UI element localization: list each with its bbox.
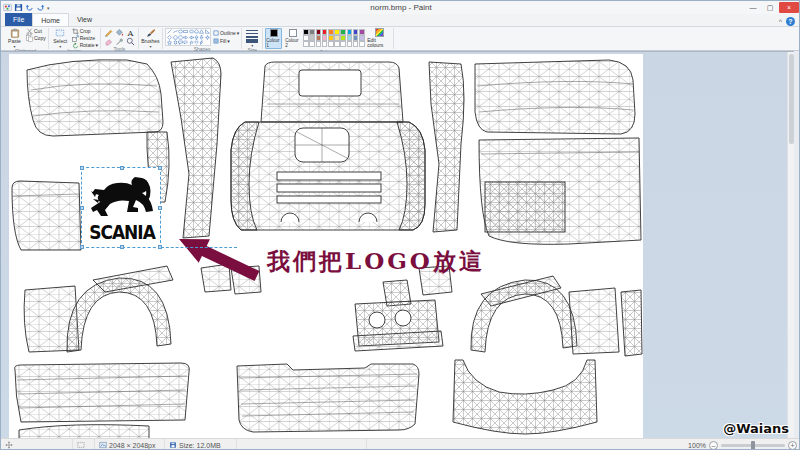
palette-swatch[interactable]: [303, 35, 309, 41]
fill-tool-icon[interactable]: [115, 28, 124, 37]
selection-handle[interactable]: [158, 166, 162, 170]
palette-swatch-empty[interactable]: [328, 41, 334, 47]
paste-button[interactable]: Paste ▾: [5, 28, 24, 48]
shape-four-point-star[interactable]: [205, 35, 210, 40]
palette-swatch-empty[interactable]: [322, 41, 328, 47]
colour1-button[interactable]: Colour 1: [265, 28, 282, 49]
palette-swatch-empty[interactable]: [347, 41, 353, 47]
pencil-tool-icon[interactable]: [104, 28, 113, 37]
palette-swatch[interactable]: [334, 29, 340, 35]
palette-swatch[interactable]: [353, 35, 359, 41]
magnifier-tool-icon[interactable]: [126, 37, 135, 46]
drawing-canvas[interactable]: 我們把LOGO放這 SCANIA: [9, 54, 643, 439]
palette-swatch[interactable]: [359, 29, 365, 35]
palette-swatch[interactable]: [322, 35, 328, 41]
palette-swatch-empty[interactable]: [303, 41, 309, 47]
palette-swatch-empty[interactable]: [359, 41, 365, 47]
selection-handle[interactable]: [80, 206, 84, 210]
resize-button[interactable]: Resize: [72, 35, 98, 41]
selection-handle[interactable]: [158, 206, 162, 210]
zoom-slider[interactable]: [721, 444, 785, 447]
palette-swatch[interactable]: [340, 35, 346, 41]
help-icon[interactable]: ?: [786, 17, 795, 26]
palette-swatch[interactable]: [347, 35, 353, 41]
tab-file[interactable]: File: [5, 13, 32, 26]
shape-right-arrow[interactable]: [183, 35, 188, 40]
minimize-button[interactable]: —: [745, 2, 761, 13]
vertical-scrollbar[interactable]: [787, 52, 794, 439]
selection-handle[interactable]: [80, 245, 84, 249]
shape-diamond[interactable]: [167, 35, 172, 40]
palette-swatch[interactable]: [316, 29, 322, 35]
palette-swatch[interactable]: [309, 35, 315, 41]
close-button[interactable]: ×: [779, 2, 799, 13]
size-button[interactable]: ▾: [244, 28, 260, 47]
zoom-out-button[interactable]: –: [709, 441, 718, 450]
shape-hexagon[interactable]: [178, 35, 183, 40]
palette-swatch-empty[interactable]: [334, 41, 340, 47]
palette-swatch-empty[interactable]: [353, 41, 359, 47]
shape-left-arrow[interactable]: [189, 35, 194, 40]
shape-six-point-star[interactable]: [173, 40, 178, 45]
copy-button[interactable]: Copy: [26, 35, 46, 41]
eraser-tool-icon[interactable]: [104, 37, 113, 46]
cut-button[interactable]: Cut: [26, 28, 46, 34]
brushes-button[interactable]: Brushes ▾: [141, 28, 160, 48]
shape-oval[interactable]: [178, 29, 183, 34]
palette-swatch-empty[interactable]: [309, 41, 315, 47]
palette-swatch[interactable]: [334, 35, 340, 41]
selection-handle[interactable]: [120, 166, 124, 170]
selection-handle[interactable]: [80, 166, 84, 170]
save-icon[interactable]: [14, 3, 23, 12]
shape-rounded-rectangle[interactable]: [189, 29, 194, 34]
shape-cloud-callout[interactable]: [189, 40, 194, 45]
selection-handle[interactable]: [120, 245, 124, 249]
text-tool-icon[interactable]: A: [126, 28, 135, 37]
palette-swatch[interactable]: [347, 29, 353, 35]
shape-rectangle[interactable]: [183, 29, 188, 34]
qat-dropdown-icon[interactable]: ▾: [47, 5, 50, 11]
scrollbar-thumb[interactable]: [789, 54, 794, 144]
redo-icon[interactable]: [36, 3, 45, 12]
shape-line[interactable]: [167, 29, 172, 34]
palette-swatch-empty[interactable]: [316, 41, 322, 47]
color-picker-tool-icon[interactable]: [115, 37, 124, 46]
shape-curve[interactable]: [173, 29, 178, 34]
shape-pentagon[interactable]: [173, 35, 178, 40]
zoom-in-button[interactable]: +: [788, 441, 797, 450]
palette-swatch[interactable]: [353, 29, 359, 35]
palette-swatch-empty[interactable]: [340, 41, 346, 47]
shape-triangle[interactable]: [199, 29, 204, 34]
shape-lightning[interactable]: [199, 40, 204, 45]
tab-view[interactable]: View: [69, 13, 100, 26]
palette-swatch[interactable]: [309, 29, 315, 35]
palette-swatch[interactable]: [316, 35, 322, 41]
fill-button[interactable]: Fill▾: [213, 38, 239, 44]
colour-palette: [303, 28, 365, 48]
palette-swatch[interactable]: [359, 35, 365, 41]
select-button[interactable]: Select ▾: [51, 28, 70, 48]
shape-rounded-callout[interactable]: [178, 40, 183, 45]
palette-swatch[interactable]: [303, 29, 309, 35]
edit-colours-button[interactable]: Edit colours: [367, 28, 391, 48]
shape-right-triangle[interactable]: [205, 29, 210, 34]
palette-swatch[interactable]: [340, 29, 346, 35]
crop-button[interactable]: Crop: [72, 28, 98, 34]
collapse-ribbon-icon[interactable]: ^: [779, 18, 782, 25]
shape-heart[interactable]: [194, 40, 199, 45]
shape-down-arrow[interactable]: [199, 35, 204, 40]
palette-swatch[interactable]: [328, 29, 334, 35]
zoom-slider-thumb[interactable]: [751, 441, 755, 450]
maximize-button[interactable]: ▢: [762, 2, 778, 13]
logo-selection-box[interactable]: SCANIA: [81, 167, 161, 248]
undo-icon[interactable]: [25, 3, 34, 12]
palette-swatch[interactable]: [322, 29, 328, 35]
colour2-button[interactable]: Colour 2: [284, 28, 301, 49]
shape-five-point-star[interactable]: [167, 40, 172, 45]
shape-oval-callout[interactable]: [183, 40, 188, 45]
tab-home[interactable]: Home: [32, 13, 69, 26]
shape-polygon[interactable]: [194, 29, 199, 34]
outline-button[interactable]: Outline▾: [213, 30, 239, 36]
palette-swatch[interactable]: [328, 35, 334, 41]
shape-up-arrow[interactable]: [194, 35, 199, 40]
